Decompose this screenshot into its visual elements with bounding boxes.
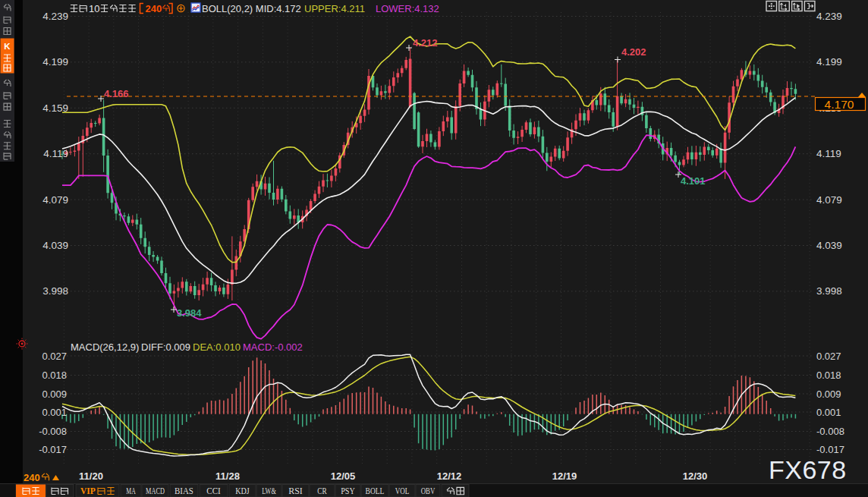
svg-text:4.170: 4.170 xyxy=(825,98,854,111)
svg-text:12/05: 12/05 xyxy=(331,470,356,482)
svg-text:4.166: 4.166 xyxy=(104,88,129,99)
svg-text:CR: CR xyxy=(317,486,327,495)
svg-text:4.039: 4.039 xyxy=(816,240,842,251)
svg-text:0.018: 0.018 xyxy=(816,370,841,381)
svg-text:VIP: VIP xyxy=(80,486,96,495)
svg-text:DEA:0.010: DEA:0.010 xyxy=(193,341,241,353)
svg-text:4.101: 4.101 xyxy=(681,175,706,187)
svg-text:PSY: PSY xyxy=(341,486,355,495)
svg-text:12/30: 12/30 xyxy=(683,470,708,482)
svg-text:MACD:-0.002: MACD:-0.002 xyxy=(243,341,303,353)
svg-text:MACD(26,12,9): MACD(26,12,9) xyxy=(71,341,139,353)
svg-text:0.027: 0.027 xyxy=(42,351,67,362)
svg-text:0.009: 0.009 xyxy=(42,388,67,400)
svg-text:DIFF:0.009: DIFF:0.009 xyxy=(141,341,190,353)
svg-text:11/20: 11/20 xyxy=(79,470,103,482)
svg-text:K: K xyxy=(4,42,11,51)
svg-text:4.212: 4.212 xyxy=(413,37,438,49)
svg-text:MACD: MACD xyxy=(146,486,165,495)
svg-text:4.199: 4.199 xyxy=(42,56,68,68)
svg-text:4.239: 4.239 xyxy=(42,11,68,22)
svg-text:BOLL(20,2) MID:4.172: BOLL(20,2) MID:4.172 xyxy=(202,3,301,14)
svg-text:4.159: 4.159 xyxy=(42,102,68,114)
svg-text:240: 240 xyxy=(24,472,40,483)
svg-text:0.001: 0.001 xyxy=(816,407,841,418)
svg-text:0.027: 0.027 xyxy=(816,351,841,362)
svg-text:4.039: 4.039 xyxy=(42,240,68,251)
svg-text:4.199: 4.199 xyxy=(816,56,842,68)
svg-text:11/28: 11/28 xyxy=(215,470,240,482)
svg-text:-0.008: -0.008 xyxy=(39,426,67,437)
svg-text:4.079: 4.079 xyxy=(816,194,842,206)
svg-text:RSI: RSI xyxy=(288,486,303,495)
svg-text:0.018: 0.018 xyxy=(42,370,67,381)
svg-text:3.984: 3.984 xyxy=(177,307,202,319)
svg-text:VOL: VOL xyxy=(395,486,410,495)
svg-text:BOLL: BOLL xyxy=(366,486,385,495)
svg-text:4.119: 4.119 xyxy=(43,148,68,159)
svg-text:12/19: 12/19 xyxy=(552,470,577,482)
svg-text:-0.017: -0.017 xyxy=(39,444,67,455)
svg-text:FX678: FX678 xyxy=(769,455,847,484)
svg-text:3.998: 3.998 xyxy=(816,285,842,297)
svg-text:BIAS: BIAS xyxy=(175,486,193,495)
svg-text:KDJ: KDJ xyxy=(235,486,250,495)
svg-text:LOWER:4.132: LOWER:4.132 xyxy=(376,3,439,14)
svg-text:4.119: 4.119 xyxy=(816,148,841,159)
svg-text:240: 240 xyxy=(146,3,162,14)
svg-text:-0.017: -0.017 xyxy=(816,444,844,455)
svg-text:OBV: OBV xyxy=(421,486,436,495)
svg-text:0.001: 0.001 xyxy=(42,407,67,418)
svg-text:4.202: 4.202 xyxy=(621,46,646,58)
svg-text:3.998: 3.998 xyxy=(42,285,68,297)
svg-text:LW&: LW& xyxy=(262,486,276,495)
svg-text:MA: MA xyxy=(126,486,136,495)
svg-text:UPPER:4.211: UPPER:4.211 xyxy=(304,3,365,14)
svg-text:0.009: 0.009 xyxy=(816,388,841,400)
svg-text:CCI: CCI xyxy=(206,486,221,495)
svg-text:10: 10 xyxy=(89,3,99,14)
svg-text:4.079: 4.079 xyxy=(42,194,68,206)
svg-text:12/12: 12/12 xyxy=(437,470,462,482)
svg-text:4.239: 4.239 xyxy=(816,11,842,22)
svg-text:-0.008: -0.008 xyxy=(816,426,844,437)
